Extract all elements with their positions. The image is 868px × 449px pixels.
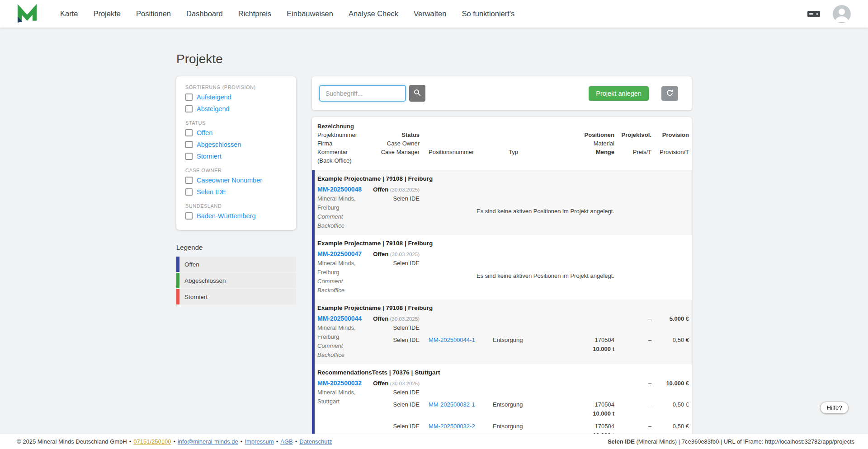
checkbox-icon[interactable]	[185, 141, 193, 148]
position-preis: –	[614, 336, 651, 354]
legend-item-abgeschlossen: Abgeschlossen	[176, 273, 296, 288]
checkbox-icon[interactable]	[185, 188, 193, 196]
position-number-link[interactable]: MM-202500032-2	[429, 423, 475, 430]
agb-link[interactable]: AGB	[280, 438, 292, 445]
filter-label: Storniert	[197, 153, 222, 160]
project-info-cell: MM-202500047 Mineral Minds, Freiburg Com…	[317, 249, 367, 295]
nav-item-richtpreis[interactable]: Richtpreis	[231, 9, 279, 18]
position-provision: 0,50 €	[651, 336, 689, 354]
legend: Offen Abgeschlossen Storniert	[176, 257, 296, 304]
nav-item-positionen[interactable]: Positionen	[128, 9, 179, 18]
nav-item-einbauweisen[interactable]: Einbauweisen	[279, 9, 341, 18]
projektvol-value: –	[614, 314, 651, 332]
session-details: (Mineral Minds) | 7ce360e83fb0 | URL of …	[635, 438, 854, 445]
legend-label: Offen	[184, 261, 199, 268]
footer: © 2025 Mineral Minds Deutschland GmbH071…	[0, 434, 868, 449]
filter-section-title: SORTIERUNG (PROVISION)	[185, 84, 287, 90]
project-info-cell: MM-202500044 Mineral Minds, Freiburg Com…	[317, 314, 367, 360]
project-company-city: Freiburg	[317, 203, 367, 212]
mineral-minds-logo[interactable]	[17, 4, 37, 24]
filter-option-absteigend[interactable]: Absteigend	[185, 103, 287, 115]
session-user: Selen IDE	[608, 438, 635, 445]
project-number-link[interactable]: MM-202500044	[317, 314, 367, 323]
nav-item-analyse-check[interactable]: Analyse Check	[341, 9, 406, 18]
case-owner: Selen IDE	[367, 259, 420, 267]
filter-option-selen-ide[interactable]: Selen IDE	[185, 186, 287, 198]
create-project-button[interactable]: Projekt anlegen	[589, 86, 649, 101]
nav-item-dashboard[interactable]: Dashboard	[179, 9, 231, 18]
position-material-menge: 170504 10.000 t	[564, 400, 614, 418]
legend-item-offen: Offen	[176, 257, 296, 272]
filter-section-title: STATUS	[185, 120, 287, 126]
filter-label: Caseowner Nonumber	[197, 177, 262, 184]
project-row: Example Projectname | 79108 | Freiburg M…	[312, 299, 692, 364]
project-company-city: Stuttgart	[317, 397, 367, 406]
checkbox-icon[interactable]	[185, 94, 193, 101]
project-comment-backoffice: Backoffice	[317, 286, 367, 295]
legend-label: Storniert	[184, 294, 208, 300]
project-company: Mineral Minds,	[317, 259, 367, 268]
header-bezeichnung: Bezeichnung Projektnummer Firma Kommenta…	[317, 122, 367, 165]
project-row: RecommendationsTests | 70376 | Stuttgart…	[312, 364, 692, 444]
project-number-link[interactable]: MM-202500032	[317, 379, 367, 388]
no-positions-message: Es sind keine aktiven Positionen im Proj…	[367, 272, 614, 280]
project-comment: Comment	[317, 341, 367, 351]
email-link[interactable]: info@mineral-minds.de	[178, 438, 238, 445]
nav-item-verwalten[interactable]: Verwalten	[406, 9, 454, 18]
filter-section-title: BUNDESLAND	[185, 203, 287, 209]
help-button[interactable]: Hilfe?	[820, 402, 849, 414]
phone-link[interactable]: 07151/250100	[133, 438, 171, 445]
project-title: RecommendationsTests | 70376 | Stuttgart	[317, 369, 689, 377]
checkbox-icon[interactable]	[185, 129, 193, 136]
header-provision: Provision Provision/T	[651, 122, 689, 165]
position-number-link[interactable]: MM-202500032-1	[429, 401, 475, 408]
top-navbar: Karte Projekte Positionen Dashboard Rich…	[0, 0, 868, 28]
checkbox-icon[interactable]	[185, 212, 193, 220]
checkbox-icon[interactable]	[185, 105, 193, 112]
project-company: Mineral Minds,	[317, 323, 367, 332]
project-company: Mineral Minds,	[317, 194, 367, 203]
header-status: Status Case Owner Case Manager	[367, 122, 420, 165]
status-cell: Offen (30.03.2025) Selen IDE	[367, 379, 420, 397]
page-title: Projekte	[176, 52, 692, 66]
case-owner: Selen IDE	[367, 195, 420, 203]
user-avatar-icon[interactable]	[833, 5, 851, 23]
nav-item-karte[interactable]: Karte	[52, 9, 85, 18]
refresh-button[interactable]	[661, 86, 678, 101]
nav-item-so-funktionierts[interactable]: So funktioniert's	[454, 9, 522, 18]
nav-item-projekte[interactable]: Projekte	[85, 9, 128, 18]
datenschutz-link[interactable]: Datenschutz	[299, 438, 332, 445]
filter-label: Baden-Württemberg	[197, 212, 256, 220]
project-title: Example Projectname | 79108 | Freiburg	[317, 304, 689, 312]
filter-option-baden-wuerttemberg[interactable]: Baden-Württemberg	[185, 210, 287, 222]
legend-label: Abgeschlossen	[184, 277, 226, 284]
position-preis: –	[614, 400, 651, 418]
filter-option-offen[interactable]: Offen	[185, 127, 287, 139]
project-company-city: Freiburg	[317, 332, 367, 341]
project-info-cell: MM-202500032 Mineral Minds, Stuttgart	[317, 379, 367, 440]
position-number-link[interactable]: MM-202500044-1	[429, 337, 475, 343]
project-number-link[interactable]: MM-202500048	[317, 185, 367, 194]
project-comment: Comment	[317, 212, 367, 221]
case-manager: Selen IDE	[367, 400, 420, 418]
device-icon[interactable]	[807, 8, 821, 20]
filter-section-title: CASE OWNER	[185, 168, 287, 173]
search-button[interactable]	[409, 85, 425, 102]
filter-label: Abgeschlossen	[197, 141, 241, 148]
project-company-city: Freiburg	[317, 268, 367, 277]
case-owner: Selen IDE	[367, 388, 420, 397]
filter-option-abgeschlossen[interactable]: Abgeschlossen	[185, 139, 287, 150]
position-typ: Entsorgung	[491, 336, 564, 354]
project-number-link[interactable]: MM-202500047	[317, 249, 367, 259]
position-provision: 0,50 €	[651, 400, 689, 418]
filter-label: Selen IDE	[197, 188, 226, 196]
search-input[interactable]	[319, 85, 406, 102]
header-typ: Typ	[491, 122, 564, 165]
filter-option-aufsteigend[interactable]: Aufsteigend	[185, 91, 287, 103]
filter-option-caseowner-nonumber[interactable]: Caseowner Nonumber	[185, 174, 287, 186]
filter-option-storniert[interactable]: Storniert	[185, 150, 287, 162]
checkbox-icon[interactable]	[185, 153, 193, 160]
checkbox-icon[interactable]	[185, 177, 193, 184]
impressum-link[interactable]: Impressum	[245, 438, 274, 445]
table-body: Example Projectname | 79108 | Freiburg M…	[312, 170, 692, 444]
